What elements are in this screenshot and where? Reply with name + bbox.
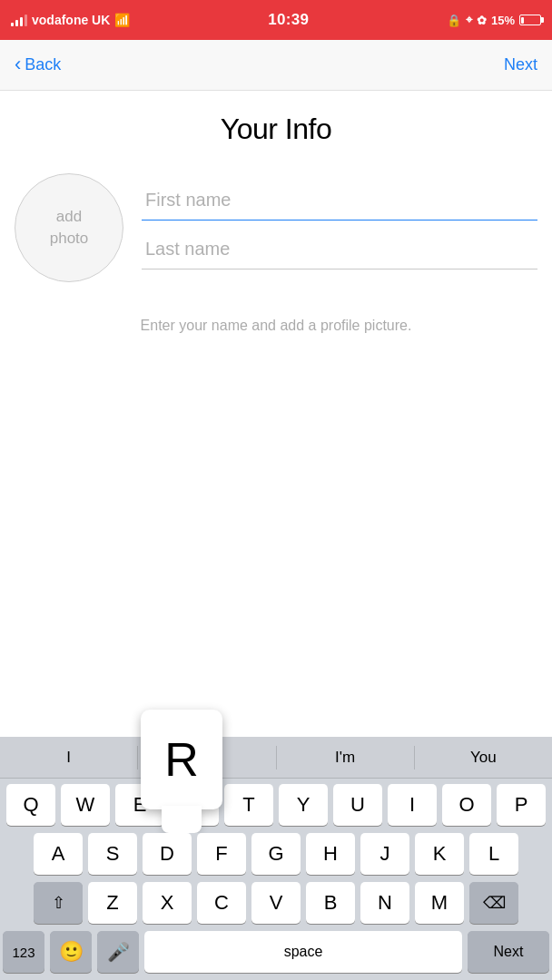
next-button-nav[interactable]: Next (504, 55, 537, 74)
key-s[interactable]: S (88, 833, 137, 875)
key-c[interactable]: C (197, 882, 246, 924)
key-g[interactable]: G (251, 833, 301, 875)
key-j[interactable]: J (360, 833, 409, 875)
back-button[interactable]: ‹ Back (15, 54, 61, 76)
numbers-key[interactable]: 123 (3, 931, 44, 973)
key-x[interactable]: X (143, 882, 192, 924)
bluetooth-icon: ✿ (477, 14, 487, 27)
battery-icon (519, 15, 541, 25)
bottom-key-row: 123 🙂 🎤 space Next (0, 927, 552, 980)
chevron-left-icon: ‹ (15, 53, 21, 76)
r-popup-letter: R (141, 710, 222, 809)
status-right: 🔒 ⌖ ✿ 15% (447, 13, 541, 27)
key-k[interactable]: K (415, 833, 464, 875)
battery-percentage: 15% (491, 14, 515, 27)
mic-key[interactable]: 🎤 (97, 931, 139, 973)
key-z[interactable]: Z (88, 882, 137, 924)
predictive-divider-1 (137, 746, 138, 769)
key-d[interactable]: D (143, 833, 192, 875)
add-photo-button[interactable]: add photo (15, 173, 123, 282)
predictive-im[interactable]: I'm (277, 749, 414, 767)
signal-bar-3 (20, 17, 23, 26)
nav-bar: ‹ Back Next (0, 40, 552, 91)
predictive-i[interactable]: I (0, 749, 137, 767)
content-area: Your Info add photo Enter your name and … (0, 91, 552, 337)
last-name-input[interactable] (142, 230, 537, 270)
location-icon: ⌖ (466, 13, 472, 27)
key-row-3: ⇧ Z X C V B N M ⌫ (3, 882, 549, 924)
signal-bar-4 (25, 15, 27, 26)
key-rows: Q W E R T Y U I O P A S D F G H J K L ⇧ … (0, 779, 552, 927)
key-l[interactable]: L (469, 833, 518, 875)
predictive-you[interactable]: You (415, 749, 552, 767)
key-o[interactable]: O (442, 784, 491, 826)
profile-section: add photo (0, 173, 552, 282)
key-m[interactable]: M (415, 882, 464, 924)
page-title: Your Info (0, 113, 552, 146)
signal-bar-1 (11, 23, 14, 26)
key-a[interactable]: A (34, 833, 83, 875)
next-button-keyboard[interactable]: Next (468, 931, 549, 973)
r-popup-key: R (141, 710, 222, 833)
space-key[interactable]: space (144, 931, 462, 973)
key-q[interactable]: Q (6, 784, 55, 826)
status-time: 10:39 (268, 11, 309, 29)
back-label: Back (25, 55, 61, 74)
signal-bar-2 (15, 20, 18, 26)
key-row-2: A S D F G H J K L (3, 833, 549, 875)
key-y[interactable]: Y (279, 784, 328, 826)
battery-fill (521, 17, 524, 24)
key-i[interactable]: I (388, 784, 437, 826)
key-f[interactable]: F (197, 833, 246, 875)
shift-key[interactable]: ⇧ (34, 882, 83, 924)
key-b[interactable]: B (306, 882, 355, 924)
first-name-input[interactable] (142, 181, 537, 220)
key-t[interactable]: T (224, 784, 273, 826)
status-bar: vodafone UK 📶 10:39 🔒 ⌖ ✿ 15% (0, 0, 552, 40)
predictive-bar: R I R I'm You (0, 737, 552, 779)
key-u[interactable]: U (333, 784, 382, 826)
signal-bars (11, 14, 27, 26)
key-p[interactable]: P (497, 784, 546, 826)
r-popup-stem (162, 806, 202, 833)
carrier-label: vodafone UK (32, 13, 110, 27)
backspace-key[interactable]: ⌫ (469, 882, 518, 924)
add-photo-label: add photo (50, 206, 89, 250)
key-v[interactable]: V (251, 882, 301, 924)
name-fields (142, 173, 537, 270)
status-left: vodafone UK 📶 (11, 13, 130, 27)
keyboard: R I R I'm You Q W E R T Y U I O P A S D (0, 737, 552, 980)
hint-text: Enter your name and add a profile pictur… (0, 297, 552, 337)
emoji-key[interactable]: 🙂 (50, 931, 92, 973)
key-row-1: Q W E R T Y U I O P (3, 784, 549, 826)
wifi-icon: 📶 (114, 13, 130, 27)
key-n[interactable]: N (360, 882, 409, 924)
key-h[interactable]: H (306, 833, 355, 875)
key-w[interactable]: W (61, 784, 110, 826)
lock-icon: 🔒 (447, 14, 461, 27)
